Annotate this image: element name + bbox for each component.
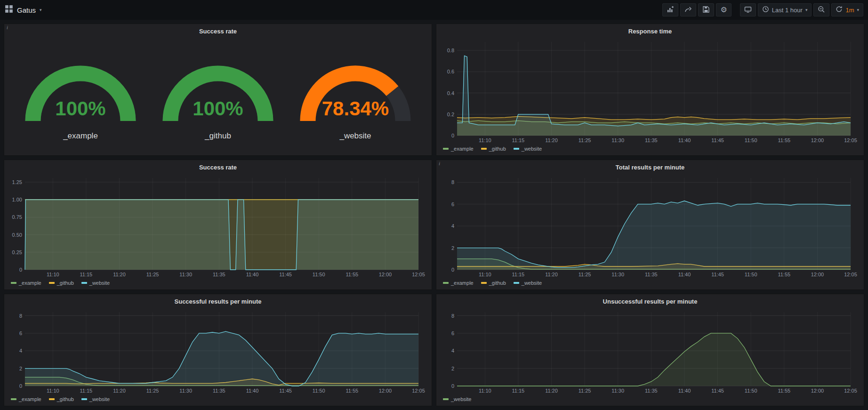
chart-svg: 11:1011:1511:2011:2511:3011:3511:4011:45… xyxy=(9,307,427,394)
panel-title[interactable]: Success rate xyxy=(9,26,427,37)
share-icon xyxy=(684,6,692,15)
legend-item-_website[interactable]: _website xyxy=(81,395,110,403)
svg-text:0.8: 0.8 xyxy=(447,48,454,53)
panel-title[interactable]: Success rate xyxy=(9,162,427,173)
monitor-icon xyxy=(744,6,752,15)
legend-label: _website xyxy=(451,396,471,402)
svg-text:11:15: 11:15 xyxy=(512,272,525,277)
legend-color-icon xyxy=(514,148,519,150)
svg-text:0.50: 0.50 xyxy=(12,232,22,238)
legend-item-_website[interactable]: _website xyxy=(443,395,471,403)
svg-text:11:20: 11:20 xyxy=(113,272,126,277)
refresh-icon xyxy=(836,6,843,14)
svg-text:12:00: 12:00 xyxy=(379,388,392,394)
svg-text:12:05: 12:05 xyxy=(412,272,425,277)
timeseries-chart[interactable]: 11:1011:1511:2011:2511:3011:3511:4011:45… xyxy=(441,173,859,278)
legend-color-icon xyxy=(81,282,87,284)
share-button[interactable] xyxy=(680,3,696,16)
svg-text:11:55: 11:55 xyxy=(778,388,790,394)
legend-color-icon xyxy=(11,282,16,284)
legend-label: _example xyxy=(19,396,41,402)
legend-item-_github[interactable]: _github xyxy=(49,279,74,287)
timeseries-chart[interactable]: 11:1011:1511:2011:2511:3011:3511:4011:45… xyxy=(441,307,859,394)
legend-item-_example[interactable]: _example xyxy=(11,279,41,287)
panel-title[interactable]: Unsuccessful results per minute xyxy=(441,296,859,307)
svg-text:8: 8 xyxy=(451,313,454,319)
svg-text:6: 6 xyxy=(19,330,22,336)
svg-text:11:20: 11:20 xyxy=(545,137,558,143)
svg-text:11:40: 11:40 xyxy=(246,388,259,394)
legend-label: _website xyxy=(522,146,542,152)
svg-text:1.25: 1.25 xyxy=(12,179,22,185)
add-panel-button[interactable] xyxy=(662,3,678,16)
legend-label: _github xyxy=(57,280,74,286)
save-icon xyxy=(702,6,710,15)
save-button[interactable] xyxy=(698,3,714,16)
gauge-label: _github xyxy=(205,131,231,141)
timeseries-chart[interactable]: 11:1011:1511:2011:2511:3011:3511:4011:45… xyxy=(9,173,427,278)
legend-item-_example[interactable]: _example xyxy=(11,395,41,403)
time-range-button[interactable]: Last 1 hour ▾ xyxy=(758,3,812,16)
refresh-button[interactable]: 1m ▾ xyxy=(831,3,863,16)
legend-label: _example xyxy=(451,146,474,152)
svg-text:2: 2 xyxy=(19,366,22,371)
svg-text:11:35: 11:35 xyxy=(645,388,658,394)
legend-color-icon xyxy=(443,148,449,150)
gauge-_website: 78.34%_website xyxy=(289,49,421,141)
panel-title[interactable]: Successful results per minute xyxy=(9,296,427,307)
zoom-out-button[interactable] xyxy=(813,3,829,16)
timeseries-chart[interactable]: 11:1011:1511:2011:2511:3011:3511:4011:45… xyxy=(441,37,859,144)
svg-text:11:10: 11:10 xyxy=(47,272,59,277)
svg-text:12:00: 12:00 xyxy=(379,272,392,277)
legend-item-_website[interactable]: _website xyxy=(514,279,542,287)
svg-text:11:20: 11:20 xyxy=(113,388,126,394)
dashboard-grid-icon[interactable] xyxy=(5,5,13,15)
settings-button[interactable]: ⚙ xyxy=(716,3,731,16)
panel-title[interactable]: Total results per minute xyxy=(441,162,859,173)
legend-label: _example xyxy=(19,280,41,286)
navbar-left: Gatus ▾ xyxy=(5,5,42,15)
panel-title[interactable]: Response time xyxy=(441,26,859,37)
legend-color-icon xyxy=(11,398,16,400)
svg-text:8: 8 xyxy=(451,179,454,185)
svg-text:11:50: 11:50 xyxy=(313,272,325,277)
legend-item-_github[interactable]: _github xyxy=(49,395,74,403)
svg-text:11:35: 11:35 xyxy=(213,388,225,394)
legend-item-_github[interactable]: _github xyxy=(481,279,506,287)
legend-label: _example xyxy=(451,280,474,286)
svg-text:11:30: 11:30 xyxy=(611,388,624,394)
svg-text:78.34%: 78.34% xyxy=(322,97,389,120)
svg-text:11:25: 11:25 xyxy=(146,388,159,394)
svg-text:11:30: 11:30 xyxy=(611,137,624,143)
dashboard-title[interactable]: Gatus xyxy=(17,6,36,14)
legend-item-_website[interactable]: _website xyxy=(81,279,110,287)
legend-item-_website[interactable]: _website xyxy=(514,145,542,153)
svg-text:11:35: 11:35 xyxy=(645,137,658,143)
svg-text:100%: 100% xyxy=(193,97,243,120)
timeseries-chart[interactable]: 11:1011:1511:2011:2511:3011:3511:4011:45… xyxy=(9,307,427,394)
svg-text:11:50: 11:50 xyxy=(313,388,325,394)
tv-mode-button[interactable] xyxy=(740,3,756,16)
svg-text:11:30: 11:30 xyxy=(611,272,624,277)
svg-text:0.25: 0.25 xyxy=(12,249,22,255)
svg-text:11:25: 11:25 xyxy=(579,388,591,394)
svg-text:0: 0 xyxy=(451,383,454,389)
gauge-_github: 100%_github xyxy=(152,49,284,141)
svg-text:0: 0 xyxy=(451,133,454,138)
svg-text:11:10: 11:10 xyxy=(479,388,491,394)
chevron-down-icon[interactable]: ▾ xyxy=(40,8,42,12)
chart-legend: _example_github_website xyxy=(441,278,859,287)
panel-info-icon[interactable]: i xyxy=(436,160,444,168)
legend-label: _github xyxy=(489,280,506,286)
legend-item-_example[interactable]: _example xyxy=(443,145,474,153)
legend-item-_example[interactable]: _example xyxy=(443,279,474,287)
legend-item-_github[interactable]: _github xyxy=(481,145,506,153)
svg-text:11:35: 11:35 xyxy=(213,272,225,277)
zoom-out-icon xyxy=(818,6,825,15)
svg-text:11:45: 11:45 xyxy=(711,388,724,394)
legend-label: _github xyxy=(57,396,74,402)
chart-svg: 11:1011:1511:2011:2511:3011:3511:4011:45… xyxy=(441,173,859,278)
panel-info-icon[interactable]: i xyxy=(4,24,12,32)
svg-text:11:50: 11:50 xyxy=(745,272,757,277)
legend-color-icon xyxy=(443,282,449,284)
